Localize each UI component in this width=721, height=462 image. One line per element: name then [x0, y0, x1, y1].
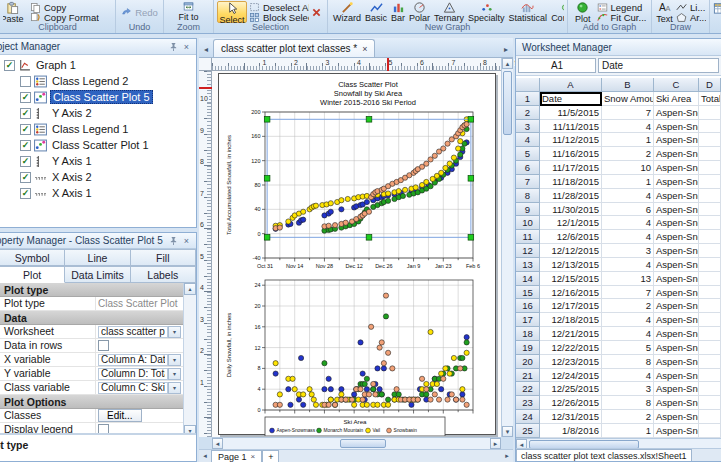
row-header[interactable]: 11	[516, 230, 540, 244]
visibility-checkbox[interactable]: ✓	[20, 92, 31, 103]
property-tab-plot[interactable]: Plot	[0, 266, 65, 283]
cell-a9[interactable]: 11/30/2015	[540, 203, 602, 217]
cell-b9[interactable]: 6	[602, 203, 654, 217]
cell-d5[interactable]	[699, 147, 721, 161]
document-tab[interactable]: class scatter plot text classes * ×	[213, 39, 375, 57]
row-header[interactable]: 21	[516, 369, 540, 383]
draw-area-button[interactable]: Ar... ▾	[676, 12, 706, 22]
cell-c22[interactable]: Aspen-Snowmass	[654, 382, 699, 396]
draw-text-button[interactable]: AA Text	[655, 1, 674, 23]
property-dropdown[interactable]: Column A: Date	[98, 354, 168, 366]
tree-item-class-legend-2[interactable]: Class Legend 2	[0, 73, 196, 89]
data-in-rows-checkbox[interactable]	[98, 340, 109, 351]
page-tab-scroll-right-icon[interactable]: ▸	[501, 452, 513, 460]
property-dropdown[interactable]: class scatter plot text clas...	[98, 326, 168, 338]
selection-handle[interactable]	[468, 176, 474, 182]
tree-item-class-scatter-plot-1[interactable]: ✓Class Scatter Plot 1	[0, 137, 196, 153]
row-header[interactable]: 24	[516, 410, 540, 424]
cell-a4[interactable]: 11/12/2015	[540, 133, 602, 147]
cell-a3[interactable]: 11/11/2015	[540, 120, 602, 134]
cell-b25[interactable]: 1	[602, 424, 654, 438]
row-header[interactable]: 10	[516, 216, 540, 230]
row-header[interactable]: 13	[516, 258, 540, 272]
page-tab[interactable]: Page 1 ×	[211, 450, 262, 462]
classes-edit-button[interactable]: Edit...	[98, 409, 142, 422]
cell-d24[interactable]	[699, 410, 721, 424]
cell-d16[interactable]	[699, 299, 721, 313]
cell-c25[interactable]: Aspen-Snowmass	[654, 424, 699, 438]
tree-item-graph-1[interactable]: ✓Graph 1	[0, 57, 196, 73]
visibility-checkbox[interactable]: ✓	[20, 172, 31, 183]
copy-format-button[interactable]: Copy Format	[30, 12, 99, 22]
selection-handle[interactable]	[468, 235, 474, 241]
cell-a10[interactable]: 12/1/2015	[540, 216, 602, 230]
tree-item-class-scatter-plot-5[interactable]: ✓Class Scatter Plot 5	[0, 89, 196, 105]
cell-a11[interactable]: 12/6/2015	[540, 230, 602, 244]
cell-d3[interactable]	[699, 120, 721, 134]
cell-d10[interactable]	[699, 216, 721, 230]
dropdown-button[interactable]: ▾	[168, 326, 181, 338]
cell-a13[interactable]: 12/13/2015	[540, 258, 602, 272]
row-header[interactable]: 9	[516, 203, 540, 217]
column-header-b[interactable]: B	[602, 78, 654, 92]
cell-c8[interactable]: Aspen-Snowmass	[654, 189, 699, 203]
row-header[interactable]: 3	[516, 120, 540, 134]
cell-d14[interactable]	[699, 272, 721, 286]
row-header[interactable]: 20	[516, 355, 540, 369]
cell-c18[interactable]: Aspen-Snowmass	[654, 327, 699, 341]
scroll-up-icon[interactable]: ▴	[502, 58, 513, 69]
sheet-tab[interactable]: class scatter plot text classes.xlsx!She…	[516, 449, 692, 461]
cell-d1[interactable]: Total Sn	[699, 92, 721, 106]
cell-d23[interactable]	[699, 396, 721, 410]
close-tab-icon[interactable]: ×	[362, 44, 367, 54]
cell-a7[interactable]: 11/18/2015	[540, 175, 602, 189]
cell-b21[interactable]: 4	[602, 369, 654, 383]
selection-handle[interactable]	[366, 235, 372, 241]
cell-b4[interactable]: 1	[602, 133, 654, 147]
worksheet-table-icon[interactable]	[713, 2, 721, 15]
selection-handle[interactable]	[264, 176, 270, 182]
cell-c3[interactable]: Aspen-Snowmass	[654, 120, 699, 134]
fit-to-window-button[interactable]: Fit to Window	[167, 1, 210, 23]
deselect-all-button[interactable]: Deselect All	[249, 2, 309, 12]
close-icon[interactable]: ×	[180, 41, 193, 53]
newgraph-basic-button[interactable]: Basic▾	[363, 1, 389, 23]
tab-scroll-left-icon[interactable]: ◂	[199, 42, 213, 57]
newgraph-ternary-button[interactable]: Ternary▾	[432, 1, 466, 23]
selection-handle[interactable]	[366, 117, 372, 123]
pin-icon[interactable]	[167, 235, 180, 247]
cell-d22[interactable]	[699, 382, 721, 396]
cell-c17[interactable]: Aspen-Snowmass	[654, 313, 699, 327]
selection-handle[interactable]	[264, 235, 270, 241]
close-icon[interactable]: ×	[180, 235, 193, 247]
row-header[interactable]: 18	[516, 327, 540, 341]
cell-a22[interactable]: 12/25/2015	[540, 382, 602, 396]
cell-a14[interactable]: 12/15/2015	[540, 272, 602, 286]
add-legend-button[interactable]: Legend	[597, 2, 648, 12]
cell-c4[interactable]: Aspen-Snowmass	[654, 133, 699, 147]
newgraph-contour-surface-button[interactable]: Contour Surface▾	[549, 1, 564, 23]
newgraph-bar-button[interactable]: Bar▾	[389, 1, 407, 23]
cell-c21[interactable]: Aspen-Snowmass	[654, 369, 699, 383]
cell-a18[interactable]: 12/21/2015	[540, 327, 602, 341]
cell-b5[interactable]: 2	[602, 147, 654, 161]
cell-b14[interactable]: 13	[602, 272, 654, 286]
row-header[interactable]: 2	[516, 106, 540, 120]
cell-a25[interactable]: 1/8/2016	[540, 424, 602, 438]
column-header-a[interactable]: A	[540, 78, 602, 92]
cell-c12[interactable]: Aspen-Snowmass	[654, 244, 699, 258]
row-header[interactable]: 25	[516, 424, 540, 438]
cell-b19[interactable]: 5	[602, 341, 654, 355]
newgraph-wizard-button[interactable]: Wizard	[331, 1, 363, 23]
cell-reference-box[interactable]: A1	[518, 58, 596, 73]
cell-b7[interactable]: 1	[602, 175, 654, 189]
cell-d9[interactable]	[699, 203, 721, 217]
dropdown-button[interactable]: ▾	[168, 368, 181, 380]
cell-d12[interactable]	[699, 244, 721, 258]
property-dropdown[interactable]: Column C: Ski Area	[98, 382, 168, 394]
paste-button[interactable]: Paste	[3, 1, 28, 23]
cell-b16[interactable]: 2	[602, 299, 654, 313]
scroll-down-icon[interactable]: ▾	[502, 426, 513, 437]
cell-c9[interactable]: Aspen-Snowmass	[654, 203, 699, 217]
cell-c5[interactable]: Aspen-Snowmass	[654, 147, 699, 161]
